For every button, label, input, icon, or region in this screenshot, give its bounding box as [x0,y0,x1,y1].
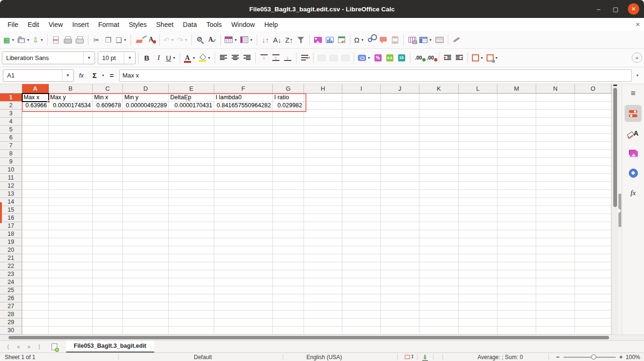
chevron-down-icon[interactable]: ▼ [40,38,44,42]
cell-E22[interactable] [169,262,214,270]
cell-G4[interactable] [273,118,304,126]
cell-F5[interactable] [214,126,273,134]
cell-J15[interactable] [381,206,419,214]
chevron-down-icon[interactable]: ▼ [367,56,371,60]
cell-M12[interactable] [497,182,536,190]
cell-H16[interactable] [304,214,342,222]
cell-B17[interactable] [49,222,93,230]
cell-E4[interactable] [169,118,214,126]
cell-O25[interactable] [575,286,611,294]
cell-B5[interactable] [49,126,93,134]
cell-E14[interactable] [169,198,214,206]
chevron-down-icon[interactable]: ▼ [11,38,15,42]
cell-C25[interactable] [93,286,123,294]
cell-F12[interactable] [214,182,273,190]
cell-G9[interactable] [273,158,304,166]
sort-descending-button[interactable]: Z↑ [283,34,295,46]
cell-N10[interactable] [536,166,575,174]
cell-D19[interactable] [123,238,169,246]
cell-K18[interactable] [419,230,459,238]
cell-E12[interactable] [169,182,214,190]
row-header-10[interactable]: 10 [0,166,22,174]
zoom-slider-knob[interactable] [591,354,596,360]
cell-K2[interactable] [419,102,459,110]
cell-G21[interactable] [273,254,304,262]
cell-I4[interactable] [342,118,381,126]
cell-I5[interactable] [342,126,381,134]
cell-N1[interactable] [536,94,575,102]
cell-M14[interactable] [497,198,536,206]
cell-C26[interactable] [93,294,123,302]
cell-B13[interactable] [49,190,93,198]
chevron-down-icon[interactable]: ▼ [250,38,253,42]
cell-I13[interactable] [342,190,381,198]
cell-K24[interactable] [419,278,459,286]
cell-D21[interactable] [123,254,169,262]
column-header-F[interactable]: F [214,84,273,94]
cell-B4[interactable] [49,118,93,126]
cell-I21[interactable] [342,254,381,262]
cell-D17[interactable] [123,222,169,230]
bold-button[interactable]: B [141,52,153,64]
cell-F7[interactable] [214,142,273,150]
hyperlink-button[interactable] [366,34,377,46]
cell-M25[interactable] [497,286,536,294]
cell-M23[interactable] [497,270,536,278]
column-header-D[interactable]: D [123,84,169,94]
cell-L18[interactable] [459,230,497,238]
cell-M3[interactable] [497,110,536,118]
cell-J21[interactable] [381,254,419,262]
cell-D7[interactable] [123,142,169,150]
cell-J23[interactable] [381,270,419,278]
zoom-out-icon[interactable]: − [556,353,560,361]
cell-K28[interactable] [419,310,459,318]
cell-D30[interactable] [123,327,169,335]
row-header-9[interactable]: 9 [0,158,22,166]
cell-G19[interactable] [273,238,304,246]
cell-E28[interactable] [169,310,214,318]
cell-E27[interactable] [169,302,214,310]
cell-M5[interactable] [497,126,536,134]
row-header-19[interactable]: 19 [0,238,22,246]
cell-E5[interactable] [169,126,214,134]
cell-G10[interactable] [273,166,304,174]
cell-C16[interactable] [93,214,123,222]
cell-J24[interactable] [381,278,419,286]
cell-M11[interactable] [497,174,536,182]
cell-F26[interactable] [214,294,273,302]
cell-H28[interactable] [304,310,342,318]
cell-N4[interactable] [536,118,575,126]
cell-H19[interactable] [304,238,342,246]
cell-N8[interactable] [536,150,575,158]
cell-O3[interactable] [575,110,611,118]
cell-F10[interactable] [214,166,273,174]
cell-E19[interactable] [169,238,214,246]
cell-A12[interactable] [22,182,49,190]
functions-button[interactable]: fx [625,184,642,201]
cell-E18[interactable] [169,230,214,238]
cell-I27[interactable] [342,302,381,310]
cell-G30[interactable] [273,327,304,335]
cell-M6[interactable] [497,134,536,142]
currency-format-button[interactable]: ▼ [357,52,372,64]
cell-D10[interactable] [123,166,169,174]
cell-O13[interactable] [575,190,611,198]
cell-F11[interactable] [214,174,273,182]
chevron-down-icon[interactable]: ▼ [495,56,498,60]
cell-D8[interactable] [123,150,169,158]
cell-L23[interactable] [459,270,497,278]
row-header-3[interactable]: 3 [0,110,22,118]
column-header-O[interactable]: O [575,84,611,94]
sidebar-settings-button[interactable]: ≡ [625,85,642,102]
cell-O24[interactable] [575,278,611,286]
column-header-L[interactable]: L [459,84,497,94]
cell-J10[interactable] [381,166,419,174]
cell-B3[interactable] [49,110,93,118]
cell-L25[interactable] [459,286,497,294]
insert-image-button[interactable] [312,34,324,46]
minimize-button[interactable]: – [594,6,603,13]
cell-O10[interactable] [575,166,611,174]
cell-A18[interactable] [22,230,49,238]
highlighting-color-button[interactable]: ▼ [197,52,212,64]
cell-N23[interactable] [536,270,575,278]
